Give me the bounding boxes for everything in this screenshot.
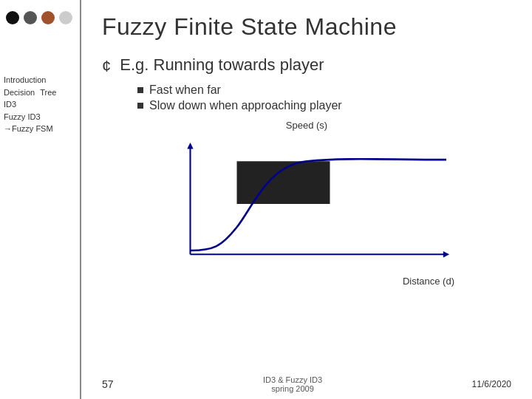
footer-center-text: ID3 & Fuzzy ID3spring 2009 (263, 375, 322, 393)
sidebar-item-decision-tree[interactable]: Decision Tree (4, 86, 80, 99)
sidebar-item-introduction[interactable]: Introduction (4, 74, 80, 86)
svg-rect-4 (237, 162, 330, 205)
bullet-item-1: Fast when far (137, 83, 511, 97)
section-row: ¢ E.g. Running towards player (102, 55, 511, 76)
footer-page-number: 57 (102, 378, 114, 390)
chart-x-label: Distance (d) (151, 276, 462, 287)
dot-3 (41, 11, 55, 24)
sidebar-item-fuzzy-id3[interactable]: Fuzzy ID3 (4, 111, 80, 123)
sidebar: Introduction Decision Tree ID3 Fuzzy ID3… (0, 0, 81, 399)
chart-container: Speed (s) Distance (d) (151, 120, 462, 282)
chart-svg (151, 134, 462, 274)
dot-4 (59, 11, 72, 24)
bullet-square-icon (137, 87, 143, 93)
dot-2 (24, 11, 37, 24)
svg-marker-2 (187, 143, 193, 149)
sidebar-item-fuzzy-fsm[interactable]: →Fuzzy FSM (4, 123, 80, 135)
bullet-square-icon-2 (137, 103, 143, 109)
main-content: Fuzzy Finite State Machine ¢ E.g. Runnin… (81, 0, 532, 399)
bullet-item-2: Slow down when approaching player (137, 99, 511, 112)
page-title: Fuzzy Finite State Machine (102, 13, 511, 41)
svg-marker-3 (443, 251, 449, 257)
chart-svg-wrapper (151, 134, 462, 274)
footer: 57 ID3 & Fuzzy ID3spring 2009 11/6/2020 (81, 375, 532, 393)
bullet-text-2: Slow down when approaching player (149, 99, 342, 112)
section-heading: E.g. Running towards player (120, 55, 324, 75)
footer-date: 11/6/2020 (472, 379, 511, 389)
sidebar-item-id3[interactable]: ID3 (4, 98, 80, 111)
sidebar-dots (6, 11, 72, 24)
bullet-text-1: Fast when far (149, 83, 221, 97)
chart-y-label: Speed (s) (151, 120, 462, 131)
dot-1 (6, 11, 19, 24)
open-circle-icon: ¢ (102, 57, 111, 76)
bullet-list: Fast when far Slow down when approaching… (137, 83, 511, 112)
